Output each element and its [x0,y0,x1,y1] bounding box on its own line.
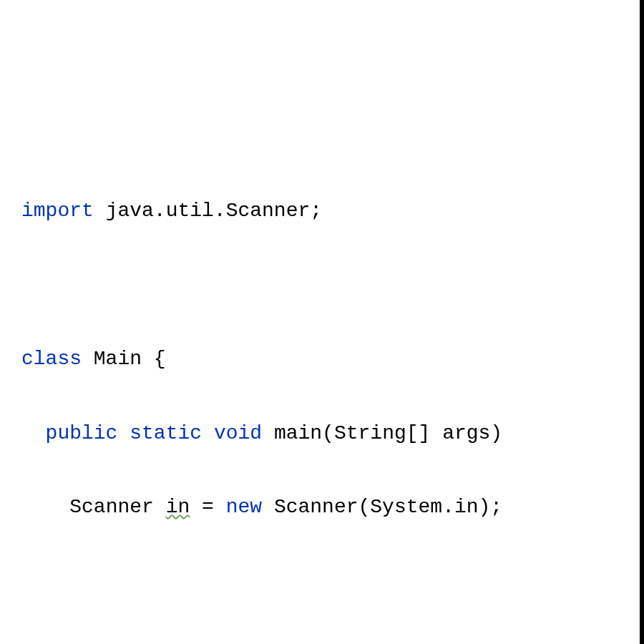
code-line: Scanner in = new Scanner(System.in); [21,489,644,526]
keyword-class: class [21,348,82,370]
keyword-void: void [214,422,262,444]
code-line: class Main { [21,341,644,378]
keyword-static: static [130,422,202,444]
code-line: public static void main(String[] args) [21,415,644,452]
variable-in: in [166,496,190,518]
equals: = [190,496,225,518]
scrollbar-track[interactable] [640,0,644,644]
keyword-import: import [21,200,94,222]
code-line: import java.util.Scanner; [21,192,644,230]
class-name: Main { [82,348,166,370]
code-editor[interactable]: import java.util.Scanner; class Main { p… [21,155,644,644]
code-line: System.out.print("How old are you?: " [21,638,644,644]
keyword-new: new [226,496,262,518]
keyword-public: public [46,422,118,444]
method-signature: main(String[] args) [262,422,502,444]
package-name: java.util.Scanner; [94,200,322,222]
code-line [21,563,644,600]
constructor-call: Scanner(System.in); [262,496,502,518]
type-scanner: Scanner [69,496,165,518]
code-line [21,267,644,304]
